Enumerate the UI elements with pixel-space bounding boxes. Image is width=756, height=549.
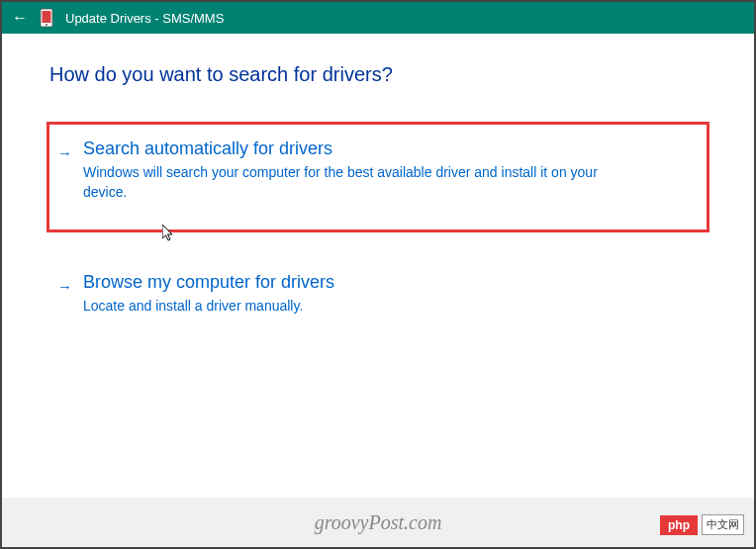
footer-bar: groovyPost.com php 中文网 — [2, 498, 754, 547]
cn-badge-text: 中文网 — [702, 514, 744, 535]
php-badge: php — [660, 515, 698, 535]
back-arrow-icon[interactable]: ← — [10, 9, 30, 27]
option-description: Windows will search your computer for th… — [83, 163, 637, 202]
window-title: Update Drivers - SMS/MMS — [65, 11, 224, 26]
arrow-right-icon: → — [57, 144, 73, 161]
option-title: Browse my computer for drivers — [83, 272, 695, 293]
svg-point-2 — [46, 24, 47, 26]
option-title: Search automatically for drivers — [83, 138, 695, 159]
option-body: Search automatically for drivers Windows… — [83, 138, 695, 202]
device-icon — [40, 8, 55, 28]
option-search-automatically[interactable]: → Search automatically for drivers Windo… — [47, 122, 709, 232]
titlebar: ← Update Drivers - SMS/MMS — [2, 2, 754, 34]
watermark-text: groovyPost.com — [315, 511, 442, 534]
source-badge: php 中文网 — [660, 514, 744, 535]
arrow-right-icon: → — [57, 278, 73, 295]
main-content: How do you want to search for drivers? →… — [2, 34, 754, 334]
option-browse-computer[interactable]: → Browse my computer for drivers Locate … — [49, 258, 707, 334]
svg-rect-1 — [43, 11, 51, 23]
page-heading: How do you want to search for drivers? — [49, 63, 707, 86]
option-body: Browse my computer for drivers Locate an… — [83, 272, 695, 317]
option-description: Locate and install a driver manually. — [83, 297, 637, 317]
